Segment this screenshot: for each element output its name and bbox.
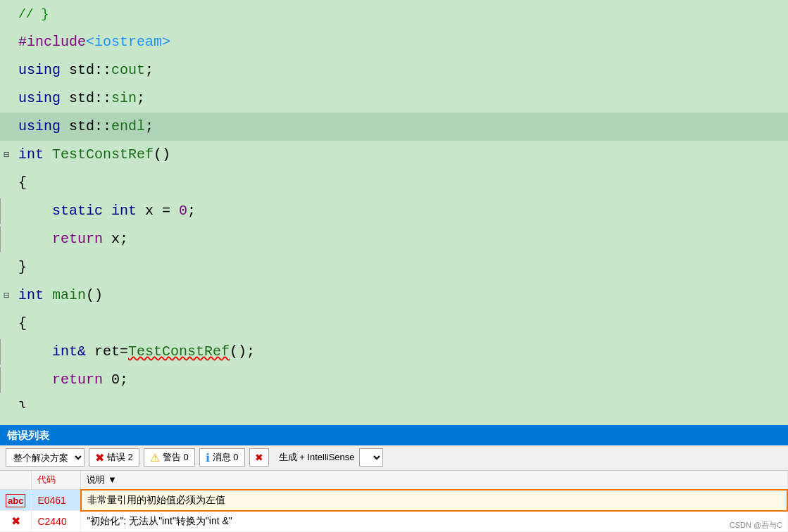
code-text-3: using std::cout; — [13, 58, 154, 83]
row1-code-cell: E0461 — [32, 490, 81, 511]
table-header-desc[interactable]: 说明 ▼ — [81, 471, 787, 490]
code-line-6: ⊟ int TestConstRef() — [0, 141, 788, 169]
info-filter-btn[interactable]: ℹ 消息 0 — [199, 448, 245, 467]
code-line-13: int& ret=TestConstRef(); — [0, 338, 788, 366]
table-row[interactable]: abc E0461 非常量引用的初始值必须为左值 — [0, 490, 787, 511]
code-line-14: return 0; — [0, 366, 788, 394]
code-text-8: static int x = 0; — [13, 198, 196, 224]
error-circle-icon: ✖ — [11, 515, 20, 527]
code-line-10: } — [0, 253, 788, 281]
code-text-4: using std::sin; — [13, 86, 145, 111]
row2-desc-cell: "初始化": 无法从"int"转换为"int &" — [81, 511, 787, 532]
error-table: 代码 说明 ▼ abc E0461 非常量引用的初始值必须为左值 — [0, 471, 788, 533]
error-panel-title: 错误列表 — [0, 426, 788, 445]
code-text-2: #include<iostream> — [13, 30, 170, 55]
collapse-11[interactable]: ⊟ — [0, 283, 13, 308]
error-count-label: 错误 2 — [107, 451, 133, 464]
code-text-14: return 0; — [13, 367, 128, 393]
row2-icon-cell: ✖ — [0, 511, 32, 532]
code-text-9: return x; — [13, 227, 128, 252]
table-header-icon — [0, 471, 32, 490]
clear-filter-icon: ✖ — [255, 452, 263, 463]
code-line-8: static int x = 0; — [0, 197, 788, 225]
watermark: CSDN @吾与C — [730, 520, 782, 531]
error-panel: 错误列表 整个解决方案 ✖ 错误 2 ⚠ 警告 0 ℹ 消息 0 ✖ 生成 + … — [0, 425, 788, 533]
row2-code-cell: C2440 — [32, 511, 81, 532]
code-line-1: // } — [0, 0, 788, 28]
warning-icon: ⚠ — [150, 451, 160, 464]
collapse-6[interactable]: ⊟ — [0, 142, 13, 167]
code-line-12: { — [0, 310, 788, 338]
error-toolbar: 整个解决方案 ✖ 错误 2 ⚠ 警告 0 ℹ 消息 0 ✖ 生成 + Intel… — [0, 445, 788, 471]
code-text-11: int main() — [13, 283, 103, 308]
code-line-9: return x; — [0, 225, 788, 253]
code-line-4: using std::sin; — [0, 84, 788, 113]
row1-desc-cell: 非常量引用的初始值必须为左值 — [81, 490, 787, 511]
watermark-text: CSDN @吾与C — [730, 521, 782, 529]
row1-icon-cell: abc — [0, 490, 32, 511]
code-line-5: using std::endl; — [0, 113, 788, 141]
row2-code: C2440 — [37, 516, 66, 527]
code-text-12: { — [13, 311, 27, 336]
error-panel-title-text: 错误列表 — [7, 429, 49, 441]
code-text-15: } — [13, 395, 27, 408]
code-editor: // } #include<iostream> using std::cout;… — [0, 0, 788, 408]
error-icon: ✖ — [95, 451, 104, 464]
warning-filter-btn[interactable]: ⚠ 警告 0 — [144, 448, 195, 467]
row1-code: E0461 — [37, 495, 65, 506]
build-select[interactable] — [359, 448, 383, 467]
code-line-7: { — [0, 169, 788, 197]
clear-filter-btn[interactable]: ✖ — [249, 448, 269, 467]
table-header-row: 代码 说明 ▼ — [0, 471, 787, 490]
table-row[interactable]: ✖ C2440 "初始化": 无法从"int"转换为"int &" — [0, 511, 787, 532]
code-text-10: } — [13, 255, 27, 280]
collapse-8 — [0, 198, 13, 224]
error-filter-btn[interactable]: ✖ 错误 2 — [89, 448, 139, 467]
table-header-code: 代码 — [32, 471, 81, 490]
code-text-13: int& ret=TestConstRef(); — [13, 339, 255, 365]
code-text-1: // } — [13, 1, 49, 27]
code-text-7: { — [13, 170, 27, 196]
code-line-3: using std::cout; — [0, 56, 788, 84]
code-line-2: #include<iostream> — [0, 28, 788, 56]
build-label: 生成 + IntelliSense — [279, 451, 355, 464]
abc-error-icon: abc — [6, 494, 25, 507]
row1-description: 非常量引用的初始值必须为左值 — [87, 494, 225, 505]
collapse-14 — [0, 367, 13, 393]
collapse-13 — [0, 339, 13, 365]
info-count-label: 消息 0 — [213, 451, 239, 464]
warning-count-label: 警告 0 — [163, 451, 189, 464]
scope-select[interactable]: 整个解决方案 — [6, 448, 85, 467]
code-line-15: } — [0, 394, 788, 408]
code-text-6: int TestConstRef() — [13, 142, 170, 167]
code-text-5: using std::endl; — [13, 114, 154, 139]
collapse-9 — [0, 227, 13, 252]
info-icon: ℹ — [206, 451, 210, 464]
row2-description: "初始化": 无法从"int"转换为"int &" — [87, 515, 232, 526]
code-line-11: ⊟ int main() — [0, 281, 788, 310]
